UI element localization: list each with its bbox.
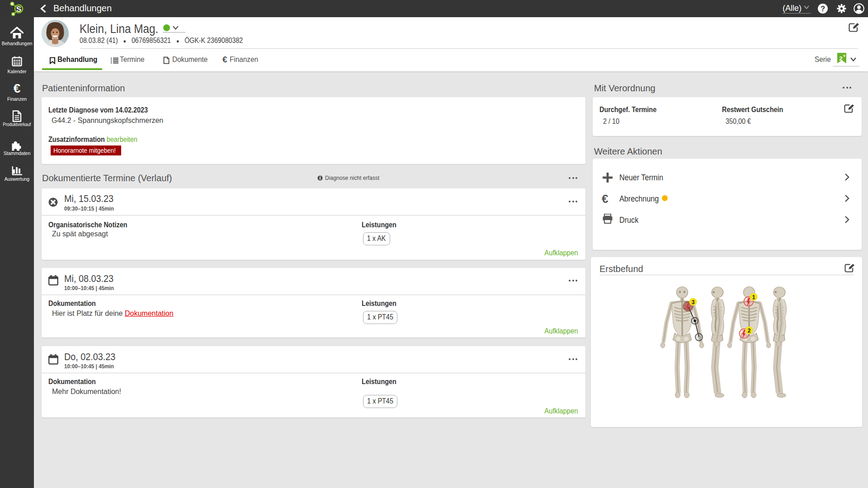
- svg-text:3: 3: [692, 299, 695, 305]
- svg-text:2: 2: [839, 55, 843, 62]
- svg-text:S: S: [16, 5, 21, 14]
- svg-text:?: ?: [821, 5, 825, 13]
- svg-text:1: 1: [752, 294, 755, 300]
- svg-text:v: v: [843, 53, 845, 58]
- svg-text:2: 2: [748, 328, 751, 334]
